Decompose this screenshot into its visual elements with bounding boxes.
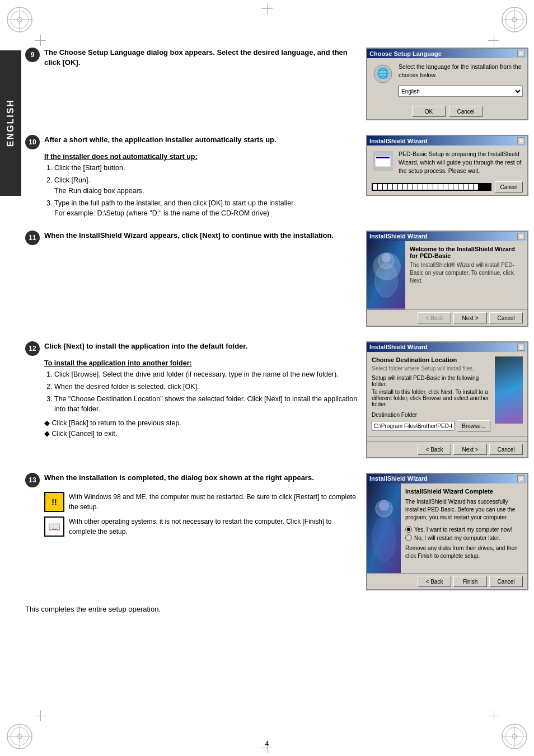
step-12-section: 12 Click [Next] to install the applicati… xyxy=(25,341,528,463)
step-9-section: 9 The Choose Setup Language dialog box a… xyxy=(25,48,528,125)
step-12-badge: 12 xyxy=(25,341,40,356)
step-11-badge: 11 xyxy=(25,231,40,245)
completion-finish-btn[interactable]: Finish xyxy=(453,576,487,587)
svg-point-33 xyxy=(372,517,396,562)
step-9-left: 9 The Choose Setup Language dialog box a… xyxy=(25,48,366,71)
dest-field-row: Browse... xyxy=(372,420,490,431)
step-9-badge: 9 xyxy=(25,48,40,62)
dialog-content-10: PED-Basic Setup is preparing the Install… xyxy=(367,145,527,179)
svg-text:🌐: 🌐 xyxy=(377,67,390,79)
step-12-right: InstallShield Wizard ✕ Choose Destinatio… xyxy=(366,341,528,463)
completion-option-1: Yes, I want to restart my computer now! xyxy=(405,526,523,533)
dialog-ok-btn-9[interactable]: OK xyxy=(412,106,446,117)
step-13-title: When the installation is completed, the … xyxy=(44,473,314,483)
svg-rect-26 xyxy=(367,241,405,308)
step-13-section: 13 When the installation is completed, t… xyxy=(25,473,528,595)
completion-option-2: No, I will restart my computer later. xyxy=(405,534,523,541)
wizard-body-11: Welcome to the InstallShield Wizard for … xyxy=(367,241,527,309)
dialog-text-9: Select the language for the installation… xyxy=(399,63,523,99)
wizard-title-11: InstallShield Wizard xyxy=(369,233,428,240)
dest-input[interactable] xyxy=(372,421,455,431)
dest-content: Choose Destination Location Select folde… xyxy=(367,352,495,436)
dest-graphic xyxy=(495,356,523,424)
footer-label: This completes the entire setup operatio… xyxy=(25,605,161,613)
installshield-wizard-dialog-10: InstallShield Wizard ✕ PED-Bas xyxy=(366,135,528,196)
completion-option-1-label: Yes, I want to restart my computer now! xyxy=(414,527,512,533)
main-content: 9 The Choose Setup Language dialog box a… xyxy=(25,48,528,734)
svg-rect-25 xyxy=(376,159,390,166)
step-9-title: The Choose Setup Language dialog box app… xyxy=(44,48,358,68)
dest-body: Choose Destination Location Select folde… xyxy=(367,352,527,436)
wizard-graphic-11 xyxy=(367,241,405,309)
dest-close-btn[interactable]: ✕ xyxy=(517,344,525,351)
svg-point-29 xyxy=(382,253,391,262)
progress-cancel-btn[interactable]: Cancel xyxy=(495,181,523,192)
step-12-bullet-1: Click [Back] to return to the previous s… xyxy=(44,418,358,429)
radio-restart-now[interactable] xyxy=(405,526,412,533)
dialog-titlebar-buttons-10: ✕ xyxy=(517,137,525,144)
step-12-left: 12 Click [Next] to install the applicati… xyxy=(25,341,366,439)
completion-back-btn[interactable]: < Back xyxy=(418,576,451,587)
crosshair-tl xyxy=(35,35,46,46)
svg-point-27 xyxy=(378,253,394,269)
note-text-info: With other operating systems, it is not … xyxy=(69,516,358,537)
info-icon: 📖 xyxy=(44,516,64,537)
step-12-bullet-2: Click [Cancel] to exit. xyxy=(44,429,358,439)
svg-point-32 xyxy=(379,501,389,511)
dest-titlebar: InstallShield Wizard ✕ xyxy=(367,342,527,352)
step-10-right: InstallShield Wizard ✕ PED-Bas xyxy=(366,135,528,200)
dest-back-btn[interactable]: < Back xyxy=(418,444,451,455)
wizard-next-btn-11[interactable]: Next > xyxy=(453,312,487,323)
step-12-item-2: When the desired folder is selected, cli… xyxy=(54,382,358,392)
completion-text1: The InstallShield Wizard has successfull… xyxy=(405,498,523,522)
completion-options: Yes, I want to restart my computer now! … xyxy=(405,526,523,541)
svg-point-28 xyxy=(375,264,397,297)
completion-cancel-btn[interactable]: Cancel xyxy=(489,576,523,587)
dialog-titlebar-10: InstallShield Wizard ✕ xyxy=(367,136,527,145)
wizard-close-btn-11[interactable]: ✕ xyxy=(517,233,525,240)
step-10-badge: 10 xyxy=(25,135,40,149)
step-13-right: InstallShield Wizard ✕ xyxy=(366,473,528,595)
step-12-bullets: Click [Back] to return to the previous s… xyxy=(44,418,358,439)
dest-browse-btn[interactable]: Browse... xyxy=(457,420,490,431)
dest-wizard-subtitle: Select folder where Setup will install f… xyxy=(372,365,490,372)
wizard-footer-11: < Back Next > Cancel xyxy=(367,309,527,326)
dest-cancel-btn[interactable]: Cancel xyxy=(489,444,523,455)
dialog-titlebar-9: Choose Setup Language ✕ xyxy=(367,49,527,58)
step-10-item-2: Click [Run].The Run dialog box appears. xyxy=(54,175,358,196)
dialog-cancel-btn-9[interactable]: Cancel xyxy=(449,106,483,117)
radio-restart-later[interactable] xyxy=(405,534,412,541)
note-box-info: 📖 With other operating systems, it is no… xyxy=(44,516,358,537)
step-12-header: 12 Click [Next] to install the applicati… xyxy=(25,341,358,356)
dest-text2: To install to this folder, click Next. T… xyxy=(372,389,490,407)
wizard-titlebar-11: InstallShield Wizard ✕ xyxy=(367,232,527,241)
language-select[interactable]: English xyxy=(399,86,523,97)
dialog-title-9: Choose Setup Language xyxy=(369,50,442,57)
dest-next-btn[interactable]: Next > xyxy=(453,444,487,455)
step-10-body: Click the [Start] button. Click [Run].Th… xyxy=(44,163,358,219)
wizard-cancel-btn-11[interactable]: Cancel xyxy=(489,312,523,323)
step-12-title: Click [Next] to install the application … xyxy=(44,341,247,351)
page-number: 4 xyxy=(265,739,269,748)
dialog-close-btn-9[interactable]: ✕ xyxy=(517,50,525,57)
completion-option-2-label: No, I will restart my computer later. xyxy=(414,535,500,541)
corner-decoration-tr xyxy=(498,3,531,36)
dest-text1: Setup will install PED-Basic in the foll… xyxy=(372,375,490,387)
wizard-text-area-11: Welcome to the InstallShield Wizard for … xyxy=(405,241,527,309)
dialog-icon-10 xyxy=(372,150,394,172)
dialog-close-btn-10[interactable]: ✕ xyxy=(517,137,525,144)
language-sidebar: ENGLISH xyxy=(0,50,21,196)
language-label: ENGLISH xyxy=(6,99,16,147)
completion-text2: Remove any disks from their drives, and … xyxy=(405,544,523,560)
step-9-right: Choose Setup Language ✕ 🌐 Select the lan… xyxy=(366,48,528,125)
completion-titlebar: InstallShield Wizard ✕ xyxy=(367,474,527,483)
dialog-text-10: PED-Basic Setup is preparing the Install… xyxy=(399,150,523,175)
dest-dialog-title: InstallShield Wizard xyxy=(369,344,428,351)
completion-close-btn[interactable]: ✕ xyxy=(517,475,525,482)
dest-label: Destination Folder xyxy=(372,412,490,418)
step-11-left: 11 When the InstallShield Wizard appears… xyxy=(25,231,366,248)
step-10-item-1: Click the [Start] button. xyxy=(54,163,358,173)
step-12-item-3: The "Choose Destination Location" shows … xyxy=(54,394,358,415)
wizard-main-desc-11: The InstallShield® Wizard will install P… xyxy=(410,261,523,285)
wizard-back-btn-11[interactable]: < Back xyxy=(418,312,451,323)
